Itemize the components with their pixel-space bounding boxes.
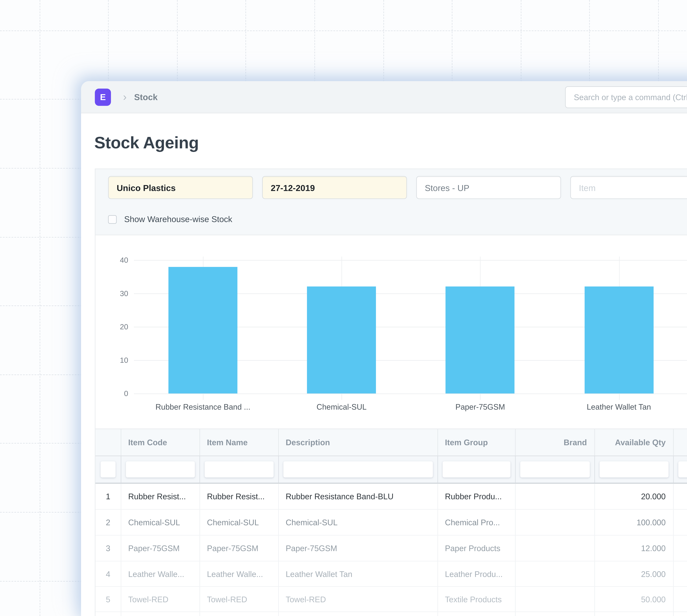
- company-filter: [108, 176, 253, 199]
- table-cell[interactable]: 32.000: [674, 562, 687, 586]
- table-cell[interactable]: 32.000: [674, 510, 687, 535]
- table-cell[interactable]: Towel-RED: [121, 587, 200, 612]
- table-filter-cell: [279, 456, 438, 483]
- app-logo[interactable]: E: [95, 88, 111, 106]
- column-filter-input[interactable]: [283, 461, 433, 477]
- warehouse-filter: [416, 176, 561, 199]
- column-filter-input[interactable]: [600, 461, 669, 477]
- column-header-item-name[interactable]: Item Name: [200, 429, 279, 456]
- app-window: E › Stock P Settings ▾ Stock Ageing: [81, 81, 687, 616]
- table-cell[interactable]: [438, 612, 516, 616]
- table-filter-cell: [595, 456, 674, 483]
- table-filter-cell: [674, 456, 687, 483]
- column-filter-input[interactable]: [205, 461, 274, 477]
- chart-bar[interactable]: [307, 287, 376, 393]
- table-cell[interactable]: Leather Produ...: [438, 562, 516, 586]
- breadcrumb-chevron-icon: ›: [123, 91, 127, 102]
- table-cell[interactable]: Leather Wallet Tan: [279, 562, 438, 586]
- table-cell[interactable]: Rubber Produ...: [438, 484, 516, 509]
- table-cell[interactable]: Towel-RED: [200, 587, 279, 612]
- table-cell[interactable]: Chemical-SUL: [279, 510, 438, 535]
- table-cell[interactable]: [516, 484, 595, 509]
- table-cell[interactable]: Leather Walle...: [121, 562, 200, 586]
- chart-x-category-label: Leather Wallet Tan: [553, 403, 685, 412]
- table-cell[interactable]: Textile Products: [438, 587, 516, 612]
- table-cell[interactable]: 31.000: [674, 587, 687, 612]
- as-on-date-filter-input[interactable]: [271, 183, 398, 192]
- table-cell[interactable]: [516, 562, 595, 586]
- table-cell[interactable]: 100.000: [595, 510, 674, 535]
- warehouse-filter-input[interactable]: [425, 183, 552, 192]
- table-cell[interactable]: Rubber Resistance Band-BLU: [279, 484, 438, 509]
- table-cell[interactable]: 20.000: [595, 484, 674, 509]
- page-header: Stock Ageing Menu ▾ Refresh Ge: [81, 113, 687, 154]
- column-header-item-code[interactable]: Item Code: [121, 429, 200, 456]
- table-cell[interactable]: Rubber Resist...: [200, 484, 279, 509]
- column-header-available-qty[interactable]: Available Qty: [595, 429, 674, 456]
- chart-y-tick-label: 30: [99, 289, 128, 298]
- column-filter-input[interactable]: [442, 461, 510, 477]
- page-title: Stock Ageing: [94, 131, 199, 154]
- show-warehouse-wise-checkbox[interactable]: [108, 215, 117, 224]
- column-filter-input[interactable]: [126, 461, 195, 477]
- item-filter-input[interactable]: [579, 183, 687, 192]
- table-cell[interactable]: 25.000: [595, 562, 674, 586]
- table-cell[interactable]: [279, 612, 438, 616]
- table-cell[interactable]: Chemical-SUL: [121, 510, 200, 535]
- table-cell[interactable]: [674, 612, 687, 616]
- chart-y-tick-label: 20: [99, 323, 128, 331]
- table-cell[interactable]: [595, 612, 674, 616]
- table-cell[interactable]: 32.000: [674, 535, 687, 561]
- chart-y-tick-label: 10: [99, 356, 128, 365]
- column-header-item-group[interactable]: Item Group: [438, 429, 516, 456]
- table-cell[interactable]: Paper-75GSM: [200, 535, 279, 561]
- chart-bar[interactable]: [585, 287, 653, 393]
- table-cell[interactable]: Rubber Resist...: [121, 484, 200, 509]
- filter-section: Show Warehouse-wise Stock: [95, 169, 687, 235]
- company-filter-input[interactable]: [117, 183, 244, 192]
- filters-row: [108, 176, 687, 199]
- column-filter-input[interactable]: [520, 461, 590, 477]
- table-cell[interactable]: Paper-75GSM: [121, 535, 200, 561]
- row-number-cell: [95, 612, 121, 616]
- table-cell[interactable]: [121, 612, 200, 616]
- table-row: 5Towel-REDTowel-REDTowel-REDTextile Prod…: [95, 587, 687, 612]
- column-header-average-age[interactable]: Average Age: [674, 429, 687, 456]
- table-cell[interactable]: 50.000: [595, 587, 674, 612]
- table-cell[interactable]: [200, 612, 279, 616]
- table-cell[interactable]: [516, 612, 595, 616]
- column-filter-input[interactable]: [678, 461, 687, 477]
- report-card: Show Warehouse-wise Stock 010203040Rubbe…: [95, 169, 687, 616]
- table-row: [95, 612, 687, 616]
- table-cell[interactable]: Towel-RED: [279, 587, 438, 612]
- table-cell[interactable]: Leather Walle...: [200, 562, 279, 586]
- table-filter-cell: [200, 456, 279, 483]
- table-cell[interactable]: 12.000: [595, 535, 674, 561]
- table-cell[interactable]: Paper Products: [438, 535, 516, 561]
- table-cell[interactable]: Chemical-SUL: [200, 510, 279, 535]
- chart-bar[interactable]: [446, 287, 515, 393]
- search-input[interactable]: [566, 92, 687, 102]
- table-cell[interactable]: [516, 587, 595, 612]
- chart-bar[interactable]: [168, 267, 237, 394]
- breadcrumb[interactable]: Stock: [134, 92, 158, 102]
- row-number-cell: 5: [95, 587, 121, 612]
- row-number-cell: 1: [95, 484, 121, 509]
- show-warehouse-wise-label: Show Warehouse-wise Stock: [124, 215, 232, 224]
- table-cell[interactable]: Chemical Pro...: [438, 510, 516, 535]
- chart-x-category-label: Paper-75GSM: [414, 403, 546, 412]
- chart-y-tick-label: 0: [99, 389, 128, 398]
- row-number-cell: 3: [95, 535, 121, 561]
- table-filter-cell: [516, 456, 595, 483]
- table-row: 3Paper-75GSMPaper-75GSMPaper-75GSMPaper …: [95, 535, 687, 562]
- row-number-cell: 4: [95, 562, 121, 586]
- column-filter-input[interactable]: [100, 461, 116, 477]
- column-header-description[interactable]: Description: [279, 429, 438, 456]
- table-cell[interactable]: Paper-75GSM: [279, 535, 438, 561]
- column-header-index[interactable]: [95, 429, 121, 456]
- table-cell[interactable]: [516, 535, 595, 561]
- global-search: [565, 86, 687, 108]
- table-cell[interactable]: [516, 510, 595, 535]
- column-header-brand[interactable]: Brand: [516, 429, 595, 456]
- table-cell[interactable]: 38.000: [674, 484, 687, 509]
